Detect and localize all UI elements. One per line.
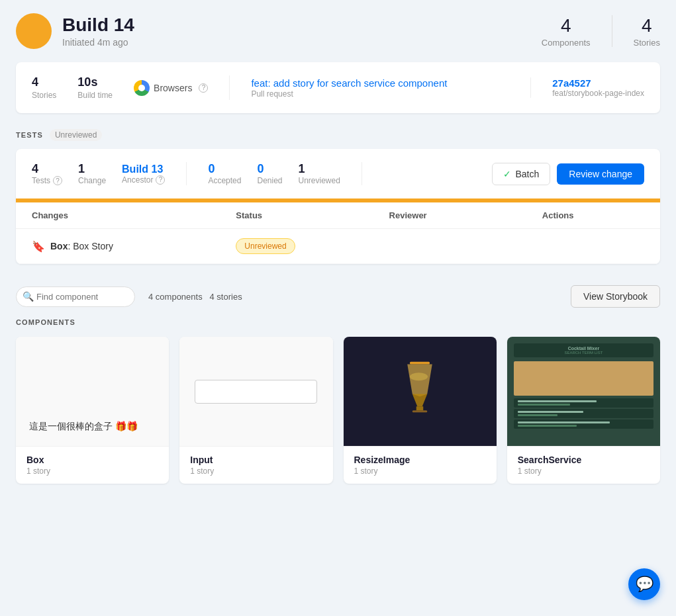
browsers-help-icon[interactable]: ? [199,83,208,93]
status-badge: Unreviewed [236,238,295,254]
search-input[interactable] [16,286,135,307]
cocktail-glass-icon [400,359,440,424]
component-card-search[interactable]: Cocktail Mixer SEARCH TERM LIST [507,337,660,484]
box-card-stories: 1 story [26,466,158,476]
stories-value: 4 [32,75,56,89]
denied-label: Denied [257,176,282,185]
stories-label: Stories [634,38,660,48]
col-changes: Changes [32,210,236,220]
input-card-info: Input 1 story [179,446,332,484]
ss-header: Cocktail Mixer SEARCH TERM LIST [514,343,653,357]
ancestor-label: Ancestor ? [122,175,165,185]
change-label: Change [78,176,106,185]
ss-image-placeholder [514,361,653,396]
denied-number: 0 [257,162,282,176]
tests-help-icon[interactable]: ? [53,176,62,185]
change-status: Unreviewed [236,238,389,254]
build-subtitle: Initiated 4m ago [62,37,134,48]
stories-info: 4 Stories [32,75,56,100]
svg-rect-0 [410,362,430,365]
tests-section-header: TESTS Unreviewed [16,129,660,141]
ss-row-1 [514,398,653,408]
component-card-input[interactable]: Input 1 story [179,337,332,484]
ancestor-link[interactable]: Build 13 [122,163,163,175]
unreviewed-stat: 1 Unreviewed [299,162,340,185]
tests-label: TESTS [16,131,43,139]
unreviewed-label: Unreviewed [299,176,340,185]
tests-count-number: 4 [32,162,62,176]
components-grid: 這是一個很棒的盒子 🎁🎁 Box 1 story Input 1 story [16,337,660,484]
pr-label: Pull request [251,89,509,99]
ss-row-3 [514,419,653,429]
col-actions: Actions [542,210,644,220]
accepted-label: Accepted [208,176,241,185]
accepted-number: 0 [208,162,241,176]
build-avatar [16,13,52,49]
chat-bubble[interactable]: 💬 [628,568,660,600]
build-header: Build 14 Initiated 4m ago 4 Components 4… [16,13,660,49]
resize-card-info: ResizeImage 1 story [344,446,497,484]
stories-stat: 4 Stories [634,15,660,48]
input-preview [179,337,332,446]
bookmark-icon: 🔖 [32,240,45,253]
box-preview: 這是一個很棒的盒子 🎁🎁 [16,337,169,446]
info-row-left: 4 Stories 10s Build time Browsers ? [32,75,230,100]
stories-sublabel: Stories [32,91,56,100]
chat-icon: 💬 [636,576,653,593]
build-time-value: 10s [77,75,113,89]
input-card-stories: 1 story [190,466,322,476]
changes-table: Changes Status Reviewer Actions 🔖 Box: B… [16,202,660,264]
box-card-name: Box [26,455,158,465]
stat-divider [612,15,612,47]
commit-hash[interactable]: 27a4527 [552,77,644,89]
branch-name: feat/storybook-page-index [552,89,644,98]
ss-header-text: Cocktail Mixer [519,346,648,351]
unreviewed-number: 1 [299,162,340,176]
build-stats: 4 Components 4 Stories [542,15,660,48]
components-section-label: COMPONENTS [16,318,660,326]
box-card-info: Box 1 story [16,446,169,484]
component-card-resize[interactable]: ResizeImage 1 story [344,337,497,484]
build-time-info: 10s Build time [77,75,113,100]
check-icon: ✓ [503,169,511,179]
browsers-label: Browsers [154,83,192,93]
tests-actions: ✓ Batch Review change [492,163,644,185]
input-preview-box [195,380,317,404]
search-icon: 🔍 [23,291,34,302]
resize-preview [344,337,497,446]
svg-rect-1 [416,406,424,410]
change-number: 1 [78,162,106,176]
batch-button[interactable]: ✓ Batch [492,163,550,185]
search-wrap: 🔍 [16,286,135,307]
ss-subheader: SEARCH TERM LIST [519,351,648,355]
review-button[interactable]: Review change [557,163,644,185]
components-stat: 4 Components [542,15,591,48]
components-count: 4 [542,15,591,36]
build-time-sublabel: Build time [77,91,113,100]
box-preview-text: 這是一個很棒的盒子 🎁🎁 [16,408,169,446]
batch-label: Batch [515,169,539,179]
search-service-preview: Cocktail Mixer SEARCH TERM LIST [507,337,660,446]
ss-row-2 [514,409,653,418]
component-card-box[interactable]: 這是一個很棒的盒子 🎁🎁 Box 1 story [16,337,169,484]
table-row: 🔖 Box: Box Story Unreviewed [16,229,660,264]
stories-count: 4 [634,15,660,36]
svg-point-3 [410,373,428,380]
accepted-stat: 0 Accepted [208,162,241,185]
build-title: Build 14 [62,15,134,36]
search-card-info: SearchService 1 story [507,446,660,484]
unreviewed-badge: Unreviewed [50,129,102,141]
resize-card-stories: 1 story [354,466,486,476]
tests-summary: 4 Tests ? 1 Change Build 13 Ancestor ? [16,149,660,198]
denied-stat: 0 Denied [257,162,282,185]
browsers-info: Browsers ? [134,80,208,96]
input-card-name: Input [190,455,322,465]
svg-rect-2 [412,410,428,412]
tests-count-stat: 4 Tests ? [32,162,62,185]
ancestor-stat: Build 13 Ancestor ? [122,163,165,185]
pr-title-link[interactable]: feat: add story for search service compo… [251,77,447,89]
tests-card: 4 Tests ? 1 Change Build 13 Ancestor ? [16,149,660,264]
ancestor-help-icon[interactable]: ? [156,175,165,185]
results-stat-group: 0 Accepted 0 Denied 1 Unreviewed [208,162,362,185]
view-storybook-button[interactable]: View Storybook [571,285,660,308]
